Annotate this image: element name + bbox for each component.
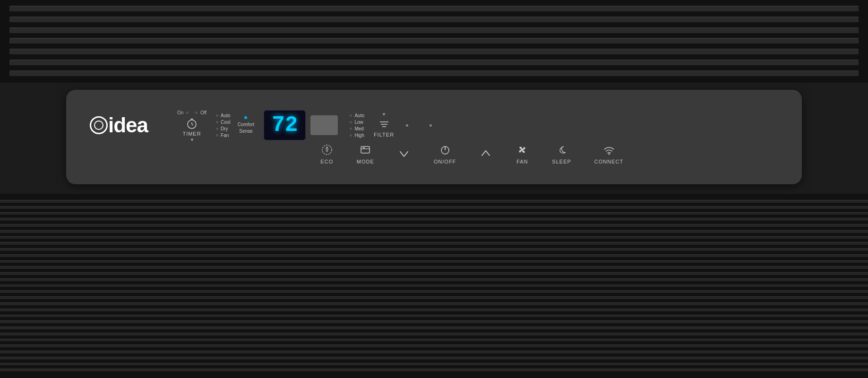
mode-auto-dot	[216, 114, 218, 117]
sleep-button[interactable]: SLEEP	[541, 143, 581, 164]
fan-low-dot	[350, 121, 352, 123]
svg-point-8	[322, 145, 332, 155]
svg-point-14	[521, 148, 524, 151]
control-panel: idea On Off	[66, 90, 802, 184]
mode-fan: Fan	[216, 133, 231, 138]
bottom-slat	[0, 302, 868, 306]
logo-text: idea	[108, 113, 148, 137]
connect-label: CONNECT	[594, 159, 623, 164]
fan-button[interactable]: FAN	[505, 143, 539, 164]
temp-up-button[interactable]	[469, 147, 503, 160]
comfort-sense-dot	[244, 116, 247, 119]
fan-low-label: Low	[354, 120, 363, 125]
sleep-label: SLEEP	[552, 159, 571, 164]
temp-display: 72	[264, 110, 306, 140]
mode-dry: Dry	[216, 126, 231, 131]
mode-cool: Cool	[216, 120, 231, 125]
mode-indicators: Auto Cool Dry Fan	[216, 113, 231, 138]
svg-point-15	[608, 153, 610, 155]
eco-label: ECO	[320, 159, 333, 164]
bottom-slat	[0, 212, 868, 215]
top-vent	[0, 0, 868, 83]
connect-top-dot	[430, 124, 432, 127]
bottom-slat	[0, 363, 868, 366]
bottom-slat	[0, 296, 868, 300]
bottom-slat	[0, 357, 868, 360]
mode-icon	[359, 143, 372, 156]
bottom-slat	[0, 218, 868, 221]
wifi-icon	[602, 143, 616, 156]
bottom-slat	[0, 290, 868, 293]
fan-med-dot	[350, 128, 352, 130]
mode-auto-label: Auto	[221, 113, 231, 118]
temp-down-button[interactable]	[387, 147, 421, 160]
bottom-slat	[0, 315, 868, 318]
vent-slat	[9, 17, 859, 23]
fan-high-dot	[350, 134, 352, 137]
bottom-slat	[0, 206, 868, 209]
comfort-sense-section: ComfortSense	[238, 116, 255, 135]
fan-low: Low	[350, 120, 364, 125]
temp-down-icon	[397, 147, 411, 160]
mode-button[interactable]: MODE	[346, 143, 385, 164]
bottom-slat	[0, 309, 868, 312]
bottom-slat	[0, 230, 868, 233]
panel-top-row: idea On Off	[80, 110, 788, 141]
bottom-slat	[0, 200, 868, 203]
bottom-slat	[0, 320, 868, 324]
mode-fan-label: Fan	[221, 133, 229, 138]
timer-off-label: Off	[195, 110, 206, 115]
bottom-slat	[0, 224, 868, 227]
bottom-slat	[0, 254, 868, 258]
mode-auto: Auto	[216, 113, 231, 118]
bottom-slat	[0, 351, 868, 354]
fan-icon	[516, 143, 529, 156]
bottom-slat	[0, 248, 868, 251]
mode-fan-dot	[216, 134, 218, 137]
bottom-slat	[0, 333, 868, 336]
vent-slat	[9, 38, 859, 44]
mode-cool-dot	[216, 121, 218, 123]
temp-unit-display	[310, 115, 338, 135]
sleep-dot-section	[406, 124, 408, 127]
filter-label: FILTER	[374, 132, 394, 137]
vent-slat	[9, 70, 859, 77]
mode-dry-dot	[216, 128, 218, 130]
svg-rect-11	[363, 147, 365, 148]
bottom-slat	[0, 236, 868, 240]
off-label-text: Off	[200, 110, 206, 115]
filter-section: FILTER	[374, 113, 394, 137]
fan-speed-indicators: Auto Low Med High	[350, 113, 364, 138]
timer-label: TIMER	[182, 131, 201, 137]
filter-dot	[383, 113, 385, 115]
fan-med-label: Med	[354, 126, 363, 131]
timer-section: On Off TI	[177, 110, 206, 141]
midea-logo: idea	[90, 113, 148, 137]
logo-inner-circle	[94, 120, 103, 130]
filter-icon	[378, 118, 391, 131]
display-section: 72	[264, 110, 338, 140]
temp-up-icon	[479, 147, 492, 160]
timer-icon	[185, 117, 198, 130]
bottom-slat	[0, 284, 868, 288]
eco-button[interactable]: ECO	[310, 143, 344, 164]
on-off-button[interactable]: ON/OFF	[423, 143, 467, 164]
fan-auto-dot	[350, 114, 352, 117]
bottom-slat	[0, 278, 868, 282]
connect-button[interactable]: CONNECT	[584, 143, 634, 164]
bottom-slat	[0, 272, 868, 275]
mode-cool-label: Cool	[221, 120, 231, 125]
fan-label: FAN	[516, 159, 528, 164]
timer-indicators: On Off	[177, 110, 206, 115]
temperature-value: 72	[272, 113, 298, 137]
sleep-icon	[555, 143, 568, 156]
fan-auto-label: Auto	[354, 113, 364, 118]
fan-med: Med	[350, 126, 364, 131]
vent-slat	[9, 49, 859, 55]
off-dot	[195, 112, 198, 114]
bottom-slat	[0, 260, 868, 264]
bottom-slat	[0, 339, 868, 342]
vent-slat	[9, 6, 859, 12]
panel-bottom-row: ECO MODE	[80, 143, 788, 164]
on-dot	[186, 112, 189, 114]
